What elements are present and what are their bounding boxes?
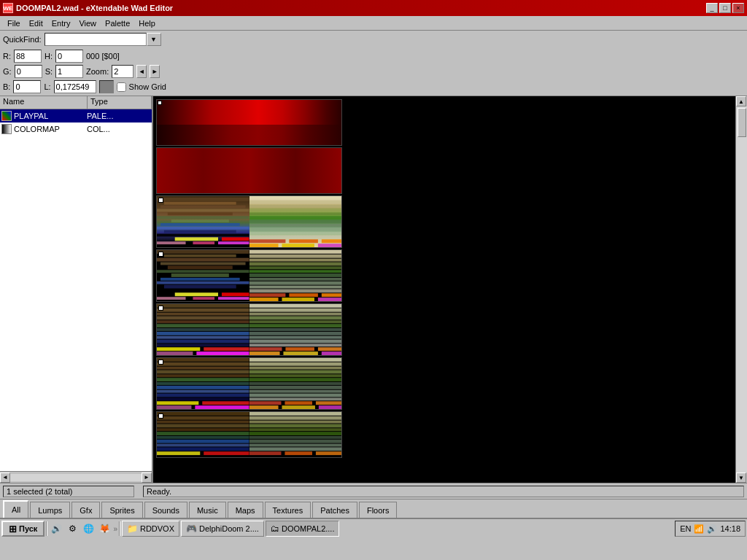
scroll-down-button[interactable]: ▼: [736, 472, 746, 483]
showgrid-label: Show Grid: [129, 82, 166, 91]
colormap-block-4[interactable]: [156, 411, 342, 458]
menu-help[interactable]: Help: [134, 18, 160, 29]
svg-rect-26: [249, 235, 342, 238]
doompal-label: DOOMPAL2....: [282, 524, 335, 533]
colormap-block-1[interactable]: [156, 249, 342, 302]
listview-body: PLAYPAL PALE... COLORMAP COL...: [0, 109, 152, 471]
svg-rect-130: [157, 412, 249, 416]
menu-entry[interactable]: Entry: [47, 18, 75, 29]
start-button[interactable]: ⊞ Пуск: [1, 521, 44, 537]
tab-all[interactable]: All: [3, 500, 28, 518]
svg-rect-31: [282, 244, 314, 247]
zoom-input[interactable]: [112, 65, 133, 78]
zoom-decrease-button[interactable]: ◄: [136, 65, 147, 78]
taskbar-app-delphidoom[interactable]: 🎮 DelphiDoom 2....: [181, 521, 264, 537]
tab-patches[interactable]: Patches: [312, 502, 357, 518]
palette-block-1[interactable]: [156, 147, 342, 194]
quick-launch-icon-0[interactable]: 🔊: [49, 521, 63, 536]
taskbar-app-doompal[interactable]: 🗂 DOOMPAL2....: [266, 521, 340, 537]
s-label: S:: [45, 67, 53, 76]
quick-launch-icon-2[interactable]: 🌐: [81, 521, 96, 536]
palette-block-0[interactable]: [156, 99, 342, 146]
svg-rect-116: [249, 370, 342, 374]
close-button[interactable]: ×: [732, 3, 744, 13]
titlebar-left: WE DOOMPAL2.wad - eXtendable Wad Editor: [3, 3, 173, 13]
svg-rect-77: [157, 347, 200, 351]
svg-rect-35: [157, 258, 249, 262]
menu-edit[interactable]: Edit: [25, 18, 47, 29]
main-area: Name Type PLAYPAL PALE... COLORMAP COL..…: [0, 96, 747, 483]
svg-rect-37: [168, 265, 233, 269]
tab-lumps[interactable]: Lumps: [30, 502, 70, 518]
scroll-left-button[interactable]: ◄: [0, 472, 10, 483]
column-header-type[interactable]: Type: [88, 96, 152, 109]
showgrid-checkbox[interactable]: [117, 82, 126, 92]
svg-rect-70: [157, 320, 249, 323]
language-display[interactable]: EN: [680, 524, 691, 533]
palette-editor-area[interactable]: [153, 96, 735, 483]
svg-rect-80: [196, 351, 249, 355]
l-label: L:: [44, 82, 50, 91]
colormap-block-2[interactable]: [156, 303, 342, 356]
quickfind-row: QuickFind: ▼: [3, 32, 744, 46]
svg-rect-67: [157, 308, 249, 312]
taskbar-app-rddvox[interactable]: 📁 RDDVOX: [122, 521, 179, 537]
g-input[interactable]: [15, 65, 42, 78]
zoom-increase-button[interactable]: ►: [150, 65, 160, 78]
colormap-icon: [1, 124, 12, 134]
list-item[interactable]: COLORMAP COL...: [0, 122, 152, 136]
svg-rect-17: [249, 201, 342, 204]
tab-gfx[interactable]: Gfx: [71, 502, 100, 518]
svg-rect-139: [157, 447, 249, 451]
quick-launch-icon-1[interactable]: ⚙: [65, 521, 80, 536]
h-input[interactable]: [55, 50, 83, 63]
svg-rect-41: [157, 281, 249, 284]
colormap-block-3[interactable]: [156, 357, 342, 410]
column-header-name[interactable]: Name: [0, 96, 88, 109]
list-item[interactable]: PLAYPAL PALE...: [0, 109, 152, 122]
scroll-up-button[interactable]: ▲: [736, 96, 746, 106]
svg-rect-136: [157, 436, 249, 439]
svg-rect-112: [195, 405, 249, 409]
colormap-marker-3: [158, 359, 163, 365]
s-input[interactable]: [55, 65, 83, 78]
quick-launch-icon-3[interactable]: 🦊: [97, 521, 112, 536]
menu-view[interactable]: View: [74, 18, 101, 29]
menu-palette[interactable]: Palette: [101, 18, 134, 29]
svg-rect-148: [249, 436, 342, 439]
scroll-right-button[interactable]: ►: [142, 472, 152, 483]
tab-sprites[interactable]: Sprites: [101, 502, 142, 518]
minimize-button[interactable]: _: [706, 3, 718, 13]
svg-rect-11: [175, 237, 218, 241]
tab-music[interactable]: Music: [189, 502, 226, 518]
svg-rect-25: [249, 232, 342, 235]
titlebar-title: DOOMPAL2.wad - eXtendable Wad Editor: [16, 4, 173, 12]
quick-launch-arrow: »: [113, 525, 117, 533]
svg-rect-135: [157, 432, 249, 435]
r-input[interactable]: [14, 50, 42, 63]
svg-rect-53: [249, 266, 342, 269]
tab-sounds[interactable]: Sounds: [144, 502, 187, 518]
tab-floors[interactable]: Floors: [359, 502, 398, 518]
l-input[interactable]: [54, 80, 96, 93]
svg-rect-33: [157, 250, 249, 254]
svg-rect-101: [157, 370, 249, 374]
tab-maps[interactable]: Maps: [228, 502, 263, 518]
svg-rect-54: [249, 270, 342, 273]
quickfind-dropdown-button[interactable]: ▼: [147, 33, 161, 46]
list-item-type: PALE...: [87, 112, 150, 120]
vscroll-thumb[interactable]: [738, 108, 746, 137]
quickfind-input[interactable]: [44, 33, 147, 46]
svg-rect-129: [318, 405, 341, 409]
svg-rect-111: [157, 405, 191, 409]
listview-header: Name Type: [0, 96, 152, 109]
svg-rect-60: [249, 293, 285, 297]
tab-textures[interactable]: Textures: [265, 502, 311, 518]
b-input[interactable]: [13, 80, 41, 93]
svg-rect-152: [249, 451, 281, 455]
maximize-button[interactable]: □: [719, 3, 731, 13]
svg-rect-28: [289, 239, 318, 243]
colormap-block-0[interactable]: [156, 195, 342, 248]
svg-rect-100: [157, 367, 249, 370]
menu-file[interactable]: File: [3, 18, 25, 29]
